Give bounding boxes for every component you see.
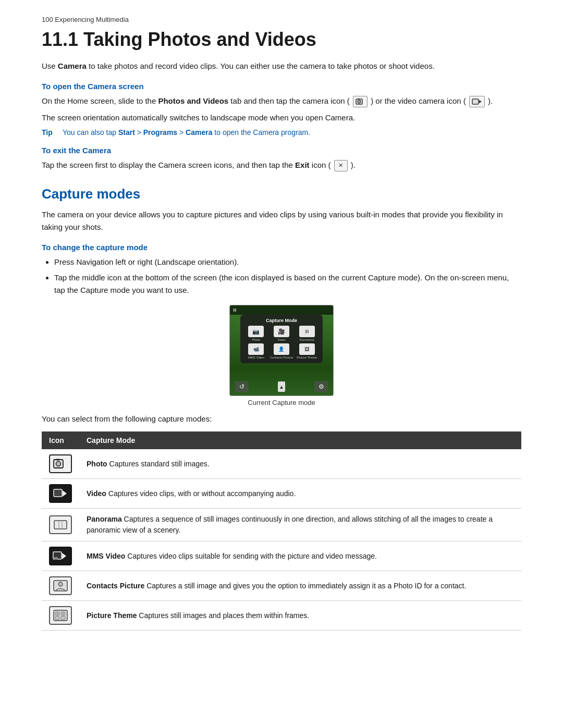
svg-rect-3: [472, 99, 479, 104]
svg-rect-7: [56, 459, 59, 461]
video-mode-icon: [49, 484, 72, 503]
mode-mms-icon: 📹: [248, 343, 264, 355]
col-icon-header: Icon: [42, 431, 79, 449]
contacts-mode-desc: Contacts Picture Captures a still image …: [79, 571, 521, 601]
theme-mode-desc: Picture Theme Captures still images and …: [79, 601, 521, 631]
bottom-right-icon: ⚙: [314, 381, 328, 392]
chapter-title: 11.1 Taking Photos and Videos: [42, 29, 521, 51]
svg-marker-14: [62, 553, 66, 559]
exit-camera-heading: To exit the Camera: [42, 146, 521, 155]
icon-cell: [42, 509, 79, 541]
svg-rect-15: [54, 557, 58, 560]
exit-camera-body: Tap the screen first to display the Came…: [42, 159, 521, 171]
table-row: Photo Captures standard still images.: [42, 449, 521, 479]
mode-mms: 📹 MMS Video: [244, 343, 268, 359]
contacts-mode-icon: [49, 576, 72, 595]
tip-label: Tip: [42, 128, 56, 137]
screenshot-container: ▤ Capture Mode 📷 Photo 🎥 Video ⊞: [42, 305, 521, 406]
svg-point-24: [62, 613, 64, 615]
svg-rect-10: [54, 521, 67, 529]
page-container: 100 Experiencing Multimedia 11.1 Taking …: [42, 16, 521, 631]
capture-modes-heading: Capture modes: [42, 186, 521, 202]
change-capture-section: To change the capture mode Press Navigat…: [42, 243, 521, 297]
open-camera-heading: To open the Camera screen: [42, 82, 521, 91]
table-row: Panorama Captures a sequence of still im…: [42, 509, 521, 541]
table-row: Contacts Picture Captures a still image …: [42, 571, 521, 601]
table-row: MMS Video Captures video clips suitable …: [42, 541, 521, 571]
camera-link[interactable]: Camera: [186, 128, 212, 137]
photo-mode-desc: Photo Captures standard still images.: [79, 449, 521, 479]
bottom-left-icon: ↺: [235, 381, 249, 392]
table-header-row: Icon Capture Mode: [42, 431, 521, 449]
mode-photo-icon: 📷: [248, 326, 264, 337]
screenshot-caption: Current Capture mode: [248, 399, 315, 406]
video-mode-desc: Video Captures video clips, with or with…: [79, 479, 521, 509]
photo-mode-icon: [49, 454, 72, 473]
page-number: 100 Experiencing Multimedia: [42, 16, 521, 23]
svg-rect-21: [55, 616, 59, 620]
mms-mode-icon: [49, 547, 72, 565]
programs-link[interactable]: Programs: [143, 128, 177, 137]
svg-point-1: [358, 100, 361, 103]
capture-mode-panel: Capture Mode 📷 Photo 🎥 Video ⊞ Panorama: [240, 315, 323, 363]
intro-text: Use Camera to take photos and record vid…: [42, 60, 521, 72]
table-row: Video Captures video clips, with or with…: [42, 479, 521, 509]
video-camera-icon-inline: [469, 96, 485, 107]
svg-marker-4: [479, 100, 482, 103]
exit-camera-section: To exit the Camera Tap the screen first …: [42, 146, 521, 171]
capture-modes-table: Icon Capture Mode Photo Captures standar…: [42, 431, 521, 631]
icon-cell: [42, 571, 79, 601]
capture-modes-body: The camera on your device allows you to …: [42, 208, 521, 233]
select-text: You can select from the following captur…: [42, 413, 521, 425]
panorama-mode-icon: [49, 515, 72, 534]
screenshot-bottom-bar: ↺ ▲ ⚙: [235, 381, 328, 392]
mode-theme: 🖼 Picture Theme: [295, 343, 319, 359]
capture-bullets: Press Navigation left or right (Landscap…: [54, 256, 521, 297]
change-capture-heading: To change the capture mode: [42, 243, 521, 252]
svg-rect-2: [358, 98, 360, 100]
col-mode-header: Capture Mode: [79, 431, 521, 449]
mode-theme-icon: 🖼: [299, 343, 315, 355]
mms-mode-desc: MMS Video Captures video clips suitable …: [79, 541, 521, 571]
capture-mode-grid: 📷 Photo 🎥 Video ⊞ Panorama 📹 MMS Video: [244, 326, 319, 359]
mode-contacts-icon: 👤: [274, 343, 289, 355]
tip-text: You can also tap Start > Programs > Came…: [63, 128, 310, 137]
icon-cell: [42, 479, 79, 509]
open-camera-section: To open the Camera screen On the Home sc…: [42, 82, 521, 137]
mode-photo: 📷 Photo: [244, 326, 268, 341]
orientation-note: The screen orientation automatically swi…: [42, 112, 521, 124]
theme-mode-icon: [49, 606, 72, 625]
camera-icon-inline: [353, 96, 368, 107]
bullet-2: Tap the middle icon at the bottom of the…: [54, 272, 521, 297]
tip-row: Tip You can also tap Start > Programs > …: [42, 128, 521, 137]
mode-video: 🎥 Video: [270, 326, 293, 341]
svg-point-17: [58, 582, 63, 586]
mode-panorama-icon: ⊞: [299, 326, 315, 337]
icon-cell: [42, 541, 79, 571]
exit-icon-inline: ✕: [334, 160, 348, 171]
center-mode-indicator: ▲: [278, 381, 285, 392]
open-camera-body: On the Home screen, slide to the Photos …: [42, 95, 521, 107]
svg-point-23: [56, 613, 58, 615]
svg-rect-8: [54, 489, 62, 497]
mode-video-icon: 🎥: [274, 326, 289, 337]
svg-point-6: [56, 462, 61, 466]
table-row: Picture Theme Captures still images and …: [42, 601, 521, 631]
bullet-1: Press Navigation left or right (Landscap…: [54, 256, 521, 268]
svg-rect-22: [61, 616, 65, 620]
screenshot-image: ▤ Capture Mode 📷 Photo 🎥 Video ⊞: [229, 305, 334, 396]
panorama-mode-desc: Panorama Captures a sequence of still im…: [79, 509, 521, 541]
icon-cell: [42, 449, 79, 479]
svg-marker-9: [63, 490, 67, 497]
start-link[interactable]: Start: [118, 128, 135, 137]
capture-mode-title: Capture Mode: [244, 318, 319, 323]
mode-contacts: 👤 Contacts Picture: [270, 343, 293, 359]
mode-panorama: ⊞ Panorama: [295, 326, 319, 341]
icon-cell: [42, 601, 79, 631]
